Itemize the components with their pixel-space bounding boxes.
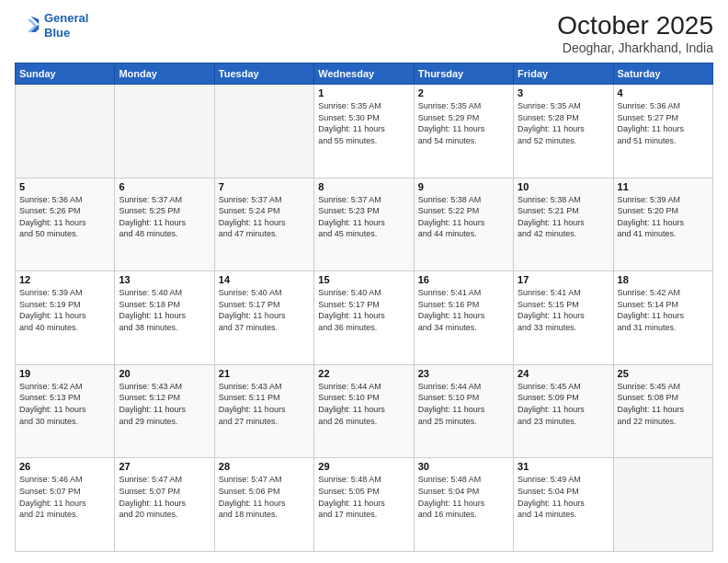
table-row: 6Sunrise: 5:37 AM Sunset: 5:25 PM Daylig…	[115, 178, 214, 271]
table-row: 29Sunrise: 5:48 AM Sunset: 5:05 PM Dayli…	[314, 458, 414, 552]
table-row	[16, 85, 115, 178]
table-row: 3Sunrise: 5:35 AM Sunset: 5:28 PM Daylig…	[514, 85, 613, 178]
calendar-body: 1Sunrise: 5:35 AM Sunset: 5:30 PM Daylig…	[16, 85, 713, 552]
day-number: 31	[518, 461, 609, 472]
day-info: Sunrise: 5:35 AM Sunset: 5:29 PM Dayligh…	[418, 100, 509, 146]
table-row: 1Sunrise: 5:35 AM Sunset: 5:30 PM Daylig…	[314, 85, 414, 178]
table-row: 2Sunrise: 5:35 AM Sunset: 5:29 PM Daylig…	[414, 85, 513, 178]
day-number: 30	[418, 461, 509, 472]
month-title: October 2025	[557, 11, 713, 40]
day-number: 25	[618, 368, 709, 379]
table-row: 19Sunrise: 5:42 AM Sunset: 5:13 PM Dayli…	[16, 364, 115, 458]
table-row: 28Sunrise: 5:47 AM Sunset: 5:06 PM Dayli…	[214, 458, 313, 552]
day-info: Sunrise: 5:36 AM Sunset: 5:27 PM Dayligh…	[618, 100, 709, 146]
header: General Blue October 2025 Deoghar, Jhark…	[15, 11, 713, 55]
table-row: 24Sunrise: 5:45 AM Sunset: 5:09 PM Dayli…	[514, 364, 613, 458]
table-row	[115, 85, 214, 178]
calendar-week-row: 5Sunrise: 5:36 AM Sunset: 5:26 PM Daylig…	[16, 178, 713, 271]
day-number: 9	[418, 181, 509, 192]
table-row: 25Sunrise: 5:45 AM Sunset: 5:08 PM Dayli…	[613, 364, 712, 458]
day-info: Sunrise: 5:43 AM Sunset: 5:11 PM Dayligh…	[219, 381, 310, 427]
day-info: Sunrise: 5:40 AM Sunset: 5:17 PM Dayligh…	[318, 287, 409, 333]
table-row: 27Sunrise: 5:47 AM Sunset: 5:07 PM Dayli…	[115, 458, 214, 552]
day-info: Sunrise: 5:38 AM Sunset: 5:21 PM Dayligh…	[518, 194, 609, 240]
day-number: 6	[119, 181, 210, 192]
logo: General Blue	[15, 11, 88, 40]
location-subtitle: Deoghar, Jharkhand, India	[557, 40, 713, 55]
day-number: 23	[418, 368, 509, 379]
page: General Blue October 2025 Deoghar, Jhark…	[0, 0, 728, 563]
table-row: 21Sunrise: 5:43 AM Sunset: 5:11 PM Dayli…	[214, 364, 313, 458]
day-info: Sunrise: 5:49 AM Sunset: 5:04 PM Dayligh…	[518, 474, 609, 520]
day-number: 3	[518, 87, 609, 98]
day-info: Sunrise: 5:37 AM Sunset: 5:25 PM Dayligh…	[119, 194, 210, 240]
day-number: 5	[19, 181, 110, 192]
table-row: 31Sunrise: 5:49 AM Sunset: 5:04 PM Dayli…	[514, 458, 613, 552]
table-row: 17Sunrise: 5:41 AM Sunset: 5:15 PM Dayli…	[514, 271, 613, 365]
calendar-week-row: 1Sunrise: 5:35 AM Sunset: 5:30 PM Daylig…	[16, 85, 713, 178]
day-number: 19	[19, 368, 110, 379]
day-number: 10	[518, 181, 609, 192]
day-info: Sunrise: 5:48 AM Sunset: 5:05 PM Dayligh…	[318, 474, 409, 520]
col-sunday: Sunday	[16, 63, 115, 85]
table-row: 12Sunrise: 5:39 AM Sunset: 5:19 PM Dayli…	[16, 271, 115, 365]
day-info: Sunrise: 5:35 AM Sunset: 5:28 PM Dayligh…	[518, 100, 609, 146]
day-info: Sunrise: 5:40 AM Sunset: 5:18 PM Dayligh…	[119, 287, 210, 333]
table-row: 11Sunrise: 5:39 AM Sunset: 5:20 PM Dayli…	[613, 178, 712, 271]
table-row: 5Sunrise: 5:36 AM Sunset: 5:26 PM Daylig…	[16, 178, 115, 271]
day-number: 8	[318, 181, 409, 192]
day-info: Sunrise: 5:47 AM Sunset: 5:07 PM Dayligh…	[119, 474, 210, 520]
table-row: 20Sunrise: 5:43 AM Sunset: 5:12 PM Dayli…	[115, 364, 214, 458]
day-info: Sunrise: 5:43 AM Sunset: 5:12 PM Dayligh…	[119, 381, 210, 427]
day-number: 7	[219, 181, 310, 192]
table-row: 14Sunrise: 5:40 AM Sunset: 5:17 PM Dayli…	[214, 271, 313, 365]
day-number: 28	[219, 461, 310, 472]
table-row: 23Sunrise: 5:44 AM Sunset: 5:10 PM Dayli…	[414, 364, 513, 458]
table-row: 7Sunrise: 5:37 AM Sunset: 5:24 PM Daylig…	[214, 178, 313, 271]
calendar-header-row: Sunday Monday Tuesday Wednesday Thursday…	[16, 63, 713, 85]
day-number: 13	[119, 274, 210, 285]
logo-icon	[15, 13, 40, 39]
table-row: 9Sunrise: 5:38 AM Sunset: 5:22 PM Daylig…	[414, 178, 513, 271]
table-row: 30Sunrise: 5:48 AM Sunset: 5:04 PM Dayli…	[414, 458, 513, 552]
day-number: 29	[318, 461, 409, 472]
day-info: Sunrise: 5:44 AM Sunset: 5:10 PM Dayligh…	[418, 381, 509, 427]
day-info: Sunrise: 5:42 AM Sunset: 5:14 PM Dayligh…	[618, 287, 709, 333]
table-row: 13Sunrise: 5:40 AM Sunset: 5:18 PM Dayli…	[115, 271, 214, 365]
day-number: 22	[318, 368, 409, 379]
table-row: 10Sunrise: 5:38 AM Sunset: 5:21 PM Dayli…	[514, 178, 613, 271]
col-tuesday: Tuesday	[214, 63, 313, 85]
day-info: Sunrise: 5:46 AM Sunset: 5:07 PM Dayligh…	[19, 474, 110, 520]
day-info: Sunrise: 5:41 AM Sunset: 5:16 PM Dayligh…	[418, 287, 509, 333]
day-number: 14	[219, 274, 310, 285]
table-row	[613, 458, 712, 552]
calendar-week-row: 12Sunrise: 5:39 AM Sunset: 5:19 PM Dayli…	[16, 271, 713, 365]
day-number: 17	[518, 274, 609, 285]
day-number: 4	[618, 87, 709, 98]
col-thursday: Thursday	[414, 63, 513, 85]
day-info: Sunrise: 5:41 AM Sunset: 5:15 PM Dayligh…	[518, 287, 609, 333]
day-info: Sunrise: 5:40 AM Sunset: 5:17 PM Dayligh…	[219, 287, 310, 333]
day-number: 2	[418, 87, 509, 98]
day-info: Sunrise: 5:38 AM Sunset: 5:22 PM Dayligh…	[418, 194, 509, 240]
table-row: 4Sunrise: 5:36 AM Sunset: 5:27 PM Daylig…	[613, 85, 712, 178]
calendar-week-row: 19Sunrise: 5:42 AM Sunset: 5:13 PM Dayli…	[16, 364, 713, 458]
day-info: Sunrise: 5:37 AM Sunset: 5:24 PM Dayligh…	[219, 194, 310, 240]
day-info: Sunrise: 5:48 AM Sunset: 5:04 PM Dayligh…	[418, 474, 509, 520]
col-friday: Friday	[514, 63, 613, 85]
day-info: Sunrise: 5:39 AM Sunset: 5:20 PM Dayligh…	[618, 194, 709, 240]
day-number: 20	[119, 368, 210, 379]
table-row: 18Sunrise: 5:42 AM Sunset: 5:14 PM Dayli…	[613, 271, 712, 365]
table-row: 8Sunrise: 5:37 AM Sunset: 5:23 PM Daylig…	[314, 178, 414, 271]
day-number: 12	[19, 274, 110, 285]
day-info: Sunrise: 5:44 AM Sunset: 5:10 PM Dayligh…	[318, 381, 409, 427]
day-number: 18	[618, 274, 709, 285]
day-number: 26	[19, 461, 110, 472]
day-info: Sunrise: 5:39 AM Sunset: 5:19 PM Dayligh…	[19, 287, 110, 333]
day-number: 11	[618, 181, 709, 192]
day-info: Sunrise: 5:47 AM Sunset: 5:06 PM Dayligh…	[219, 474, 310, 520]
calendar-table: Sunday Monday Tuesday Wednesday Thursday…	[15, 63, 713, 552]
day-number: 21	[219, 368, 310, 379]
title-block: October 2025 Deoghar, Jharkhand, India	[557, 11, 713, 55]
table-row	[214, 85, 313, 178]
